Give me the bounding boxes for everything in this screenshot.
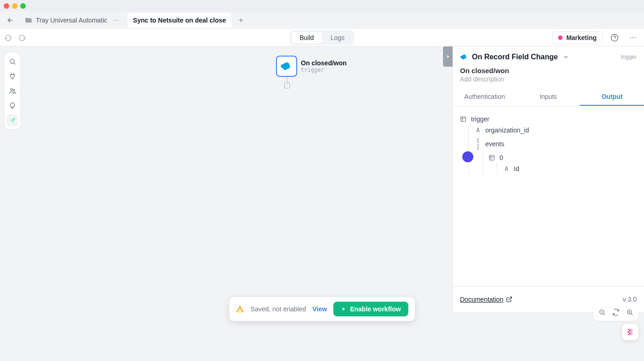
node-icon-box [276, 56, 297, 77]
zoom-reset-button[interactable] [610, 306, 622, 318]
panel-collapse-button[interactable] [443, 46, 453, 67]
object-icon [489, 155, 496, 161]
tree-events[interactable]: [ ] events [474, 136, 637, 152]
window-close-button[interactable] [4, 3, 9, 9]
tab-active-label: Sync to Netsuite on deal close [133, 17, 226, 24]
status-toast: Saved, not enabled View Enable workflow [230, 297, 415, 321]
zoom-controls [593, 304, 638, 321]
build-logs-segment: Build Logs [290, 30, 354, 45]
version-label: v 3.0 [623, 296, 637, 303]
tree-root-label: trigger [471, 115, 489, 123]
tree-id-label: Id [514, 165, 519, 172]
panel-step-title[interactable]: On closed/won [453, 64, 644, 74]
node-subtitle: trigger [301, 67, 347, 73]
tree-events-label: events [485, 140, 504, 148]
segment-build[interactable]: Build [291, 32, 322, 44]
undo-button[interactable] [5, 34, 12, 41]
workspace-chip-label: Marketing [566, 34, 597, 41]
tree-zero-label: 0 [500, 154, 503, 161]
titlebar [0, 0, 644, 11]
tree-org-id[interactable]: A organization_id [474, 125, 637, 136]
tab-project-label: Tray Universal Automatic [36, 17, 107, 24]
footer [0, 344, 644, 361]
workspace: On closed/won trigger + On Record Field … [0, 46, 644, 344]
brand-fab[interactable] [622, 324, 638, 340]
folder-icon [25, 17, 32, 24]
tab-options-icon[interactable]: ⋯ [113, 17, 119, 24]
tab-bar: Tray Universal Automatic ⋯ Sync to Netsu… [0, 11, 644, 29]
zoom-out-button[interactable] [596, 306, 608, 318]
node-labels: On closed/won trigger [301, 59, 347, 73]
redo-button[interactable] [18, 34, 26, 41]
add-tab-button[interactable] [234, 15, 248, 25]
tab-output[interactable]: Output [580, 87, 644, 106]
panel-description-input[interactable]: Add description [453, 74, 644, 87]
tree-org-label: organization_id [485, 126, 529, 134]
salesforce-icon [460, 54, 468, 60]
object-icon [460, 116, 467, 122]
node-title: On closed/won [301, 59, 347, 67]
tab-project[interactable]: Tray Universal Automatic ⋯ [19, 13, 125, 28]
external-link-icon [506, 296, 512, 303]
tree-index-0[interactable]: 0 [489, 152, 637, 163]
workflow-node-trigger[interactable]: On closed/won trigger [276, 56, 347, 77]
segment-logs[interactable]: Logs [322, 32, 352, 44]
add-step-button[interactable]: + [284, 83, 290, 88]
tree-id[interactable]: A Id [503, 163, 637, 174]
panel-heading: On Record Field Change [472, 53, 558, 61]
panel-type-tag: trigger [621, 54, 637, 60]
back-button[interactable] [4, 15, 17, 26]
tree-root[interactable]: trigger [460, 114, 637, 125]
salesforce-icon [280, 62, 293, 71]
tree-highlight-dot [462, 151, 473, 162]
array-icon: [ ] [474, 138, 482, 150]
string-icon: A [474, 127, 482, 133]
status-message: Saved, not enabled [251, 305, 306, 313]
string-icon: A [503, 166, 510, 172]
panel-tabs: Authentication Inputs Output [453, 87, 644, 106]
play-icon [341, 306, 346, 312]
zoom-in-button[interactable] [624, 306, 636, 318]
tab-active[interactable]: Sync to Netsuite on deal close [127, 13, 231, 28]
output-tree: trigger A organization_id [ ] events [453, 106, 644, 182]
properties-panel: On Record Field Change trigger On closed… [453, 46, 644, 312]
tab-authentication[interactable]: Authentication [453, 87, 517, 106]
chevron-down-icon[interactable] [563, 54, 569, 60]
node-connector-line [287, 77, 288, 83]
warning-icon [236, 305, 244, 313]
svg-rect-6 [489, 155, 494, 160]
window-maximize-button[interactable] [20, 3, 26, 9]
tab-inputs[interactable]: Inputs [517, 87, 581, 106]
more-button[interactable]: ⋯ [627, 31, 639, 44]
enable-workflow-button[interactable]: Enable workflow [334, 302, 408, 316]
view-link[interactable]: View [312, 305, 327, 313]
workspace-chip[interactable]: Marketing [552, 31, 603, 44]
help-button[interactable] [608, 31, 621, 44]
toolbar: Build Logs Marketing ⋯ [0, 29, 644, 46]
window-minimize-button[interactable] [12, 3, 17, 9]
brand-icon [626, 327, 635, 337]
documentation-link[interactable]: Documentation [460, 296, 512, 303]
svg-rect-5 [461, 117, 466, 122]
workspace-color-dot [558, 35, 563, 40]
